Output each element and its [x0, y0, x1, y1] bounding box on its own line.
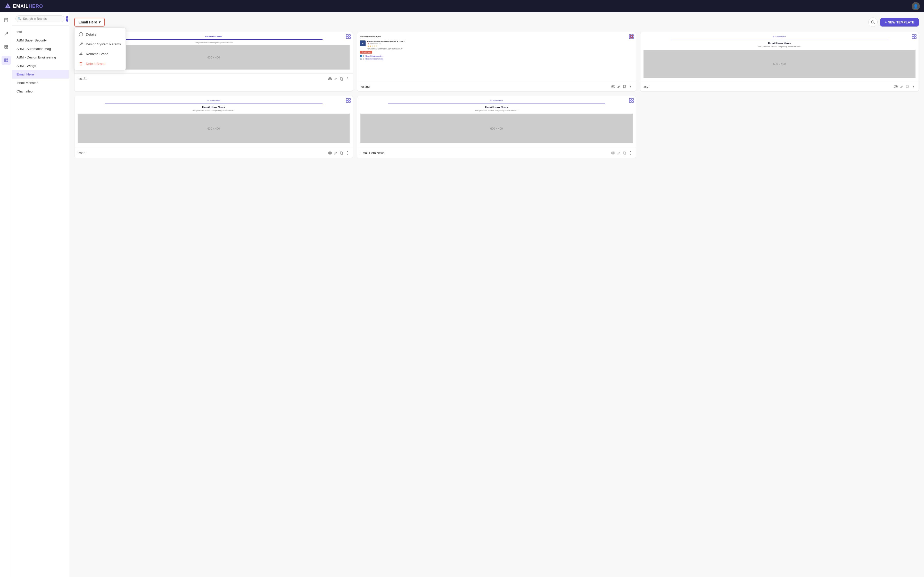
grid-layout-icon[interactable] [346, 34, 351, 40]
brand-item-email-hero[interactable]: Email Hero [12, 70, 69, 79]
card-name-asdf: asdf [643, 85, 649, 89]
edit-icon[interactable] [617, 151, 621, 155]
brands-search-area: 🔍 + [12, 12, 69, 26]
copy-icon[interactable] [623, 85, 627, 89]
documents-icon [4, 18, 8, 23]
card-preview-email-hero-news: ♦ Email Hero Email Hero News The publish… [357, 96, 635, 148]
svg-rect-36 [912, 34, 914, 36]
svg-point-40 [894, 85, 898, 88]
dropdown-item-details[interactable]: i Details [74, 29, 126, 39]
brand-item-abm-automation-mag[interactable]: ABM - Automation Mag [12, 45, 69, 53]
top-bar-right: + NEW TEMPLATE [868, 18, 919, 27]
top-navigation: EMAILHERO 👤 [0, 0, 924, 12]
more-options-button[interactable]: ⋮ [346, 150, 350, 155]
template-card-test2: ♦ Email Hero Email Hero News The publish… [74, 96, 353, 158]
card-email-title: Email Hero News [360, 106, 632, 109]
brand-badge: ♦ Email Hero [643, 35, 916, 38]
dropdown-item-delete[interactable]: Delete Brand [74, 59, 126, 69]
preview-icon[interactable] [611, 85, 615, 88]
svg-line-19 [874, 23, 874, 24]
svg-rect-51 [340, 152, 342, 154]
brand-item-test[interactable]: test [12, 27, 69, 36]
svg-rect-55 [632, 101, 633, 103]
card-actions-asdf: ⋮ [894, 84, 916, 89]
preview-icon[interactable] [328, 152, 332, 155]
search-wrapper: 🔍 [16, 15, 65, 22]
design-params-icon [79, 42, 83, 47]
preview-icon[interactable] [611, 152, 615, 155]
svg-rect-11 [6, 58, 8, 60]
edit-icon[interactable] [334, 151, 338, 155]
card-footer-test21: test 21 ⋮ [74, 74, 353, 84]
dropdown-item-rename[interactable]: Rename Brand [74, 49, 126, 59]
svg-rect-29 [632, 34, 633, 36]
card-name-testing: testing [360, 85, 370, 89]
svg-rect-45 [349, 98, 351, 100]
copy-icon[interactable] [340, 77, 343, 81]
brands-sidebar: 🔍 + test ABM Super Security ABM - Automa… [12, 12, 69, 577]
svg-rect-59 [624, 152, 625, 154]
copy-icon[interactable] [906, 85, 909, 89]
content-top-bar: Email Hero ▾ i Details Design System Par… [74, 18, 919, 27]
brand-item-abm-design-engineering[interactable]: ABM - Design Engineering [12, 53, 69, 61]
more-options-button[interactable]: ⋮ [628, 84, 633, 89]
brands-search-input[interactable] [16, 15, 65, 22]
svg-rect-30 [629, 37, 631, 39]
documents-nav-item[interactable] [2, 15, 11, 25]
brand-selector-button[interactable]: Email Hero ▾ [74, 18, 105, 27]
brand-item-abm-super-security[interactable]: ABM Super Security [12, 36, 69, 45]
copy-icon[interactable] [623, 151, 627, 155]
preview-icon[interactable] [328, 77, 332, 81]
grid-layout-icon-testing[interactable] [629, 34, 634, 40]
card-email-content-asdf: ♦ Email Hero Email Hero News The publish… [640, 32, 919, 81]
svg-rect-6 [5, 45, 6, 47]
more-options-button[interactable]: ⋮ [346, 76, 350, 81]
delete-icon [79, 61, 83, 66]
brand-item-chamaileon[interactable]: Chamaileon [12, 87, 69, 95]
brand-dropdown-menu: i Details Design System Params Rename Br… [74, 27, 126, 70]
layers-nav-item[interactable] [2, 42, 11, 52]
svg-rect-22 [346, 37, 348, 39]
preview-icon[interactable] [894, 85, 898, 88]
search-button[interactable] [868, 18, 877, 27]
svg-rect-46 [346, 101, 348, 103]
svg-point-57 [612, 152, 614, 153]
edit-icon[interactable] [900, 85, 904, 89]
card-actions-test2: ⋮ [328, 150, 350, 155]
card-name-test2: test 2 [78, 151, 85, 155]
svg-point-48 [328, 152, 332, 154]
grid-layout-icon-asdf[interactable] [912, 34, 916, 40]
brand-selector-wrapper: Email Hero ▾ i Details Design System Par… [74, 18, 105, 27]
card-email-content-review: Neue Bewertungen 8 R Randstad Deutschlan… [357, 32, 635, 81]
dropdown-item-design-params[interactable]: Design System Params [74, 39, 126, 49]
brand-item-abm-wings[interactable]: ABM - Wings [12, 61, 69, 70]
add-brand-button[interactable]: + [66, 16, 68, 22]
user-avatar[interactable]: 👤 [912, 2, 920, 10]
edit-icon[interactable] [334, 77, 338, 81]
search-icon: 🔍 [18, 17, 21, 21]
tools-icon [4, 31, 8, 36]
svg-rect-44 [346, 98, 348, 100]
copy-icon[interactable] [340, 151, 343, 155]
svg-rect-53 [632, 98, 633, 100]
svg-rect-16 [80, 62, 82, 63]
new-template-button[interactable]: + NEW TEMPLATE [880, 18, 919, 27]
more-options-button[interactable]: ⋮ [628, 150, 633, 155]
more-options-button[interactable]: ⋮ [911, 84, 916, 89]
svg-rect-8 [5, 47, 6, 48]
card-email-subtitle: The publisher's email templating SUPERHE… [360, 109, 632, 111]
edit-icon[interactable] [617, 85, 621, 89]
card-footer-test2: test 2 ⋮ [74, 148, 353, 158]
grid-layout-icon-test2[interactable] [346, 98, 351, 104]
grid-layout-icon-email-hero-news[interactable] [629, 98, 634, 104]
svg-rect-23 [349, 37, 351, 39]
tools-nav-item[interactable] [2, 29, 11, 38]
dropdown-details-label: Details [86, 32, 96, 36]
grid-nav-item[interactable] [2, 56, 11, 65]
card-footer-email-hero-news: Email Hero News ⋮ [357, 148, 635, 158]
svg-point-41 [895, 86, 897, 87]
card-preview-testing: Neue Bewertungen 8 R Randstad Deutschlan… [357, 32, 635, 81]
dropdown-arrow-icon: ▾ [99, 20, 100, 24]
card-actions-test21: ⋮ [328, 76, 350, 81]
brand-item-inbox-monster[interactable]: Inbox Monster [12, 79, 69, 87]
